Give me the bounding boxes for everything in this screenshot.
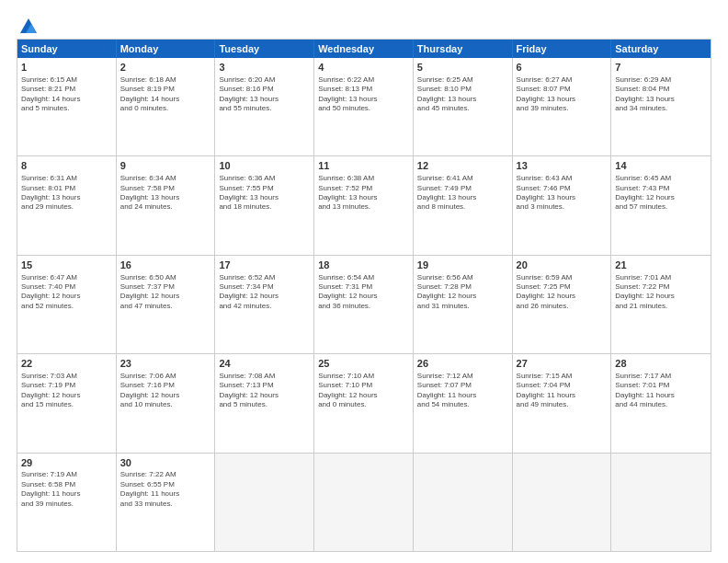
cell-info-line: Sunrise: 6:54 AM — [318, 273, 409, 282]
calendar-cell-empty — [314, 454, 414, 551]
day-number: 23 — [120, 357, 211, 371]
day-number: 21 — [615, 259, 707, 272]
calendar-cell-day-11: 11Sunrise: 6:38 AMSunset: 7:52 PMDayligh… — [314, 156, 414, 254]
cell-info-line: Sunset: 7:40 PM — [21, 282, 112, 292]
cell-info-line: and 13 minutes. — [318, 202, 409, 212]
cell-info-line: and 49 minutes. — [517, 400, 608, 409]
calendar-cell-empty — [611, 454, 711, 551]
cell-info-line: Sunrise: 6:34 AM — [120, 174, 211, 183]
cell-info-line: Daylight: 14 hours — [120, 95, 211, 104]
cell-info-line: and 26 minutes. — [517, 302, 608, 311]
cell-info-line: Daylight: 13 hours — [517, 193, 608, 202]
cell-info-line: Daylight: 13 hours — [318, 193, 409, 202]
cell-info-line: and 34 minutes. — [615, 104, 707, 113]
cell-info-line: Sunset: 7:55 PM — [219, 184, 310, 193]
cell-info-line: Sunset: 7:10 PM — [318, 381, 409, 390]
calendar-cell-day-22: 22Sunrise: 7:03 AMSunset: 7:19 PMDayligh… — [17, 354, 117, 452]
calendar-cell-day-24: 24Sunrise: 7:08 AMSunset: 7:13 PMDayligh… — [215, 354, 314, 452]
cell-info-line: and 5 minutes. — [21, 104, 112, 113]
cell-info-line: and 47 minutes. — [120, 302, 211, 311]
cell-info-line: Daylight: 13 hours — [417, 193, 508, 202]
cell-info-line: Daylight: 11 hours — [615, 391, 707, 400]
calendar-cell-day-20: 20Sunrise: 6:59 AMSunset: 7:25 PMDayligh… — [513, 256, 612, 353]
cell-info-line: Sunrise: 6:38 AM — [318, 174, 409, 183]
cell-info-line: Daylight: 12 hours — [318, 391, 409, 400]
calendar-cell-day-16: 16Sunrise: 6:50 AMSunset: 7:37 PMDayligh… — [117, 256, 216, 353]
day-number: 6 — [517, 61, 608, 75]
calendar-cell-day-29: 29Sunrise: 7:19 AMSunset: 6:58 PMDayligh… — [17, 454, 117, 551]
cell-info-line: Daylight: 12 hours — [21, 292, 112, 301]
cell-info-line: and 0 minutes. — [318, 400, 409, 409]
cell-info-line: Sunset: 7:58 PM — [120, 184, 211, 193]
cell-info-line: Sunrise: 7:12 AM — [417, 372, 508, 381]
cell-info-line: Daylight: 11 hours — [417, 391, 508, 400]
day-number: 5 — [417, 61, 508, 75]
cell-info-line: Sunrise: 6:15 AM — [21, 75, 112, 85]
cell-info-line: and 18 minutes. — [219, 202, 310, 212]
calendar-cell-day-12: 12Sunrise: 6:41 AMSunset: 7:49 PMDayligh… — [414, 156, 513, 254]
cell-info-line: Sunrise: 7:19 AM — [21, 470, 112, 479]
cell-info-line: Sunset: 7:31 PM — [318, 282, 409, 292]
cell-info-line: Sunset: 8:19 PM — [120, 85, 211, 94]
calendar-cell-day-25: 25Sunrise: 7:10 AMSunset: 7:10 PMDayligh… — [314, 354, 414, 452]
cell-info-line: and 3 minutes. — [517, 202, 608, 212]
calendar-row-3: 15Sunrise: 6:47 AMSunset: 7:40 PMDayligh… — [17, 256, 711, 354]
cell-info-line: and 31 minutes. — [417, 302, 508, 311]
cell-info-line: Sunrise: 7:10 AM — [318, 372, 409, 381]
calendar-cell-day-2: 2Sunrise: 6:18 AMSunset: 8:19 PMDaylight… — [117, 58, 216, 155]
cell-info-line: Daylight: 12 hours — [219, 391, 310, 400]
cell-info-line: Sunset: 6:58 PM — [21, 480, 112, 489]
page: SundayMondayTuesdayWednesdayThursdayFrid… — [0, 0, 728, 563]
cell-info-line: Daylight: 12 hours — [219, 292, 310, 301]
cell-info-line: Daylight: 12 hours — [120, 292, 211, 301]
cell-info-line: Sunrise: 6:47 AM — [21, 273, 112, 282]
cell-info-line: Daylight: 13 hours — [120, 193, 211, 202]
cell-info-line: Sunrise: 6:36 AM — [219, 174, 310, 183]
cell-info-line: and 39 minutes. — [21, 500, 112, 509]
cell-info-line: Daylight: 13 hours — [219, 193, 310, 202]
cell-info-line: Daylight: 12 hours — [417, 292, 508, 301]
cell-info-line: Sunset: 7:28 PM — [417, 282, 508, 292]
cell-info-line: and 45 minutes. — [417, 104, 508, 113]
calendar-cell-day-28: 28Sunrise: 7:17 AMSunset: 7:01 PMDayligh… — [611, 354, 711, 452]
calendar-cell-day-9: 9Sunrise: 6:34 AMSunset: 7:58 PMDaylight… — [117, 156, 216, 254]
calendar-row-4: 22Sunrise: 7:03 AMSunset: 7:19 PMDayligh… — [17, 354, 711, 453]
cell-info-line: and 10 minutes. — [120, 400, 211, 409]
calendar-cell-day-23: 23Sunrise: 7:06 AMSunset: 7:16 PMDayligh… — [117, 354, 216, 452]
day-number: 20 — [517, 259, 608, 272]
calendar-header: SundayMondayTuesdayWednesdayThursdayFrid… — [17, 40, 711, 58]
header — [17, 17, 711, 33]
day-number: 1 — [21, 61, 112, 75]
cell-info-line: and 57 minutes. — [615, 202, 707, 212]
calendar: SundayMondayTuesdayWednesdayThursdayFrid… — [17, 39, 711, 552]
header-day-friday: Friday — [513, 40, 612, 58]
cell-info-line: Sunset: 7:46 PM — [517, 184, 608, 193]
cell-info-line: Daylight: 13 hours — [417, 95, 508, 104]
cell-info-line: Sunrise: 6:22 AM — [318, 75, 409, 85]
cell-info-line: Daylight: 11 hours — [120, 489, 211, 499]
calendar-cell-day-15: 15Sunrise: 6:47 AMSunset: 7:40 PMDayligh… — [17, 256, 117, 353]
cell-info-line: Daylight: 11 hours — [517, 391, 608, 400]
cell-info-line: Sunrise: 6:45 AM — [615, 174, 707, 183]
calendar-row-1: 1Sunrise: 6:15 AMSunset: 8:21 PMDaylight… — [17, 58, 711, 156]
calendar-cell-day-7: 7Sunrise: 6:29 AMSunset: 8:04 PMDaylight… — [611, 58, 711, 155]
header-day-monday: Monday — [117, 40, 216, 58]
calendar-cell-day-17: 17Sunrise: 6:52 AMSunset: 7:34 PMDayligh… — [215, 256, 314, 353]
cell-info-line: Sunset: 7:07 PM — [417, 381, 508, 390]
day-number: 26 — [417, 357, 508, 371]
cell-info-line: Daylight: 12 hours — [21, 391, 112, 400]
header-day-wednesday: Wednesday — [314, 40, 414, 58]
cell-info-line: Daylight: 12 hours — [615, 292, 707, 301]
cell-info-line: Sunrise: 6:43 AM — [517, 174, 608, 183]
calendar-cell-day-13: 13Sunrise: 6:43 AMSunset: 7:46 PMDayligh… — [513, 156, 612, 254]
cell-info-line: Sunset: 7:19 PM — [21, 381, 112, 390]
cell-info-line: Sunset: 7:04 PM — [517, 381, 608, 390]
day-number: 14 — [615, 159, 707, 173]
cell-info-line: and 33 minutes. — [120, 500, 211, 509]
day-number: 15 — [21, 259, 112, 272]
cell-info-line: and 15 minutes. — [21, 400, 112, 409]
calendar-cell-empty — [414, 454, 513, 551]
cell-info-line: and 39 minutes. — [517, 104, 608, 113]
cell-info-line: and 44 minutes. — [615, 400, 707, 409]
cell-info-line: Daylight: 12 hours — [517, 292, 608, 301]
